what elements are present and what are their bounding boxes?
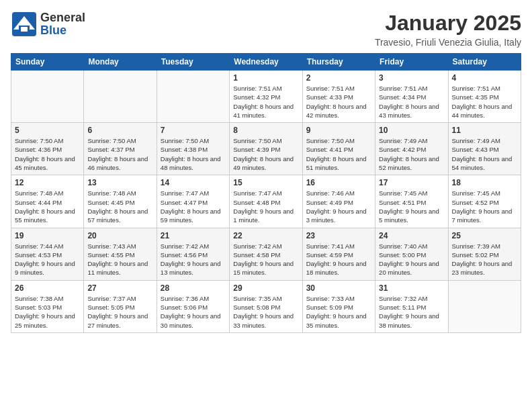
calendar-week-3: 12Sunrise: 7:48 AM Sunset: 4:44 PM Dayli…: [11, 175, 521, 228]
cell-info: Sunrise: 7:35 AM Sunset: 5:08 PM Dayligh…: [233, 294, 298, 330]
cell-date-number: 22: [233, 231, 298, 240]
calendar-cell: 8Sunrise: 7:50 AM Sunset: 4:39 PM Daylig…: [230, 123, 302, 175]
cell-date-number: 11: [452, 126, 517, 135]
calendar-cell: 4Sunrise: 7:51 AM Sunset: 4:35 PM Daylig…: [448, 71, 521, 123]
calendar-cell: 26Sunrise: 7:38 AM Sunset: 5:03 PM Dayli…: [11, 280, 84, 332]
calendar-cell: [11, 71, 84, 123]
cell-date-number: 18: [452, 178, 517, 187]
calendar-cell: 15Sunrise: 7:47 AM Sunset: 4:48 PM Dayli…: [230, 175, 302, 228]
cell-date-number: 25: [452, 231, 517, 240]
cell-date-number: 9: [306, 126, 371, 135]
cell-date-number: 24: [379, 231, 444, 240]
calendar-cell: 20Sunrise: 7:43 AM Sunset: 4:55 PM Dayli…: [84, 228, 157, 280]
cell-date-number: 14: [161, 178, 226, 187]
cell-info: Sunrise: 7:37 AM Sunset: 5:05 PM Dayligh…: [87, 294, 152, 330]
cell-date-number: 17: [379, 178, 444, 187]
calendar-week-4: 19Sunrise: 7:44 AM Sunset: 4:53 PM Dayli…: [11, 228, 521, 280]
title-area: January 2025 Travesio, Friuli Venezia Gi…: [375, 11, 521, 48]
cell-date-number: 13: [87, 178, 152, 187]
cell-info: Sunrise: 7:50 AM Sunset: 4:41 PM Dayligh…: [306, 136, 371, 172]
cell-date-number: 16: [306, 178, 371, 187]
cell-date-number: 26: [15, 283, 80, 293]
header: General Blue January 2025 Travesio, Friu…: [11, 11, 521, 48]
calendar-cell: 12Sunrise: 7:48 AM Sunset: 4:44 PM Dayli…: [11, 175, 84, 228]
day-header-wednesday: Wednesday: [230, 54, 302, 71]
cell-info: Sunrise: 7:40 AM Sunset: 5:00 PM Dayligh…: [379, 242, 444, 277]
calendar-week-5: 26Sunrise: 7:38 AM Sunset: 5:03 PM Dayli…: [11, 280, 521, 332]
day-header-thursday: Thursday: [302, 54, 375, 71]
cell-info: Sunrise: 7:49 AM Sunset: 4:42 PM Dayligh…: [379, 136, 444, 172]
day-header-sunday: Sunday: [11, 54, 84, 71]
cell-info: Sunrise: 7:32 AM Sunset: 5:11 PM Dayligh…: [379, 294, 444, 330]
calendar-cell: 9Sunrise: 7:50 AM Sunset: 4:41 PM Daylig…: [302, 123, 375, 175]
cell-info: Sunrise: 7:47 AM Sunset: 4:47 PM Dayligh…: [161, 189, 226, 224]
cell-date-number: 4: [452, 73, 517, 83]
cell-date-number: 6: [87, 126, 152, 135]
cell-date-number: 12: [15, 178, 80, 187]
cell-date-number: 5: [15, 126, 80, 135]
cell-info: Sunrise: 7:33 AM Sunset: 5:09 PM Dayligh…: [306, 294, 371, 330]
calendar-cell: 10Sunrise: 7:49 AM Sunset: 4:42 PM Dayli…: [375, 123, 448, 175]
svg-rect-3: [21, 27, 28, 32]
cell-date-number: 19: [15, 231, 80, 240]
cell-info: Sunrise: 7:39 AM Sunset: 5:02 PM Dayligh…: [452, 242, 517, 277]
calendar-cell: 13Sunrise: 7:48 AM Sunset: 4:45 PM Dayli…: [84, 175, 157, 228]
calendar-cell: 5Sunrise: 7:50 AM Sunset: 4:36 PM Daylig…: [11, 123, 84, 175]
logo-icon: [11, 11, 38, 38]
day-header-friday: Friday: [375, 54, 448, 71]
calendar-cell: 27Sunrise: 7:37 AM Sunset: 5:05 PM Dayli…: [84, 280, 157, 332]
cell-date-number: 8: [233, 126, 298, 135]
calendar-table: SundayMondayTuesdayWednesdayThursdayFrid…: [11, 53, 521, 333]
day-header-monday: Monday: [84, 54, 157, 71]
cell-date-number: 28: [161, 283, 226, 293]
calendar-body: 1Sunrise: 7:51 AM Sunset: 4:32 PM Daylig…: [11, 71, 521, 333]
cell-date-number: 10: [379, 126, 444, 135]
cell-info: Sunrise: 7:51 AM Sunset: 4:35 PM Dayligh…: [452, 84, 517, 120]
calendar-cell: 21Sunrise: 7:42 AM Sunset: 4:56 PM Dayli…: [157, 228, 229, 280]
cell-date-number: 1: [233, 73, 298, 83]
cell-date-number: 20: [87, 231, 152, 240]
cell-info: Sunrise: 7:44 AM Sunset: 4:53 PM Dayligh…: [15, 242, 80, 277]
cell-info: Sunrise: 7:50 AM Sunset: 4:38 PM Dayligh…: [161, 136, 226, 172]
calendar-cell: [448, 280, 521, 332]
calendar-cell: 29Sunrise: 7:35 AM Sunset: 5:08 PM Dayli…: [230, 280, 302, 332]
cell-date-number: 7: [161, 126, 226, 135]
cell-info: Sunrise: 7:42 AM Sunset: 4:58 PM Dayligh…: [233, 242, 298, 277]
calendar-cell: [84, 71, 157, 123]
logo-blue: Blue: [40, 24, 66, 37]
calendar-cell: 23Sunrise: 7:41 AM Sunset: 4:59 PM Dayli…: [302, 228, 375, 280]
cell-info: Sunrise: 7:49 AM Sunset: 4:43 PM Dayligh…: [452, 136, 517, 172]
calendar-cell: 24Sunrise: 7:40 AM Sunset: 5:00 PM Dayli…: [375, 228, 448, 280]
calendar-cell: 30Sunrise: 7:33 AM Sunset: 5:09 PM Dayli…: [302, 280, 375, 332]
cell-info: Sunrise: 7:41 AM Sunset: 4:59 PM Dayligh…: [306, 242, 371, 277]
calendar-cell: 1Sunrise: 7:51 AM Sunset: 4:32 PM Daylig…: [230, 71, 302, 123]
logo-text: General Blue: [40, 11, 85, 37]
cell-info: Sunrise: 7:45 AM Sunset: 4:51 PM Dayligh…: [379, 189, 444, 224]
cell-date-number: 21: [161, 231, 226, 240]
calendar-cell: 18Sunrise: 7:45 AM Sunset: 4:52 PM Dayli…: [448, 175, 521, 228]
calendar-cell: 11Sunrise: 7:49 AM Sunset: 4:43 PM Dayli…: [448, 123, 521, 175]
calendar-cell: 28Sunrise: 7:36 AM Sunset: 5:06 PM Dayli…: [157, 280, 229, 332]
logo: General Blue: [11, 11, 85, 38]
cell-date-number: 23: [306, 231, 371, 240]
cell-date-number: 3: [379, 73, 444, 83]
cell-info: Sunrise: 7:46 AM Sunset: 4:49 PM Dayligh…: [306, 189, 371, 224]
cell-info: Sunrise: 7:50 AM Sunset: 4:37 PM Dayligh…: [87, 136, 152, 172]
calendar-cell: 14Sunrise: 7:47 AM Sunset: 4:47 PM Dayli…: [157, 175, 229, 228]
calendar-week-2: 5Sunrise: 7:50 AM Sunset: 4:36 PM Daylig…: [11, 123, 521, 175]
calendar-cell: 22Sunrise: 7:42 AM Sunset: 4:58 PM Dayli…: [230, 228, 302, 280]
calendar-cell: 2Sunrise: 7:51 AM Sunset: 4:33 PM Daylig…: [302, 71, 375, 123]
cell-info: Sunrise: 7:45 AM Sunset: 4:52 PM Dayligh…: [452, 189, 517, 224]
cell-date-number: 27: [87, 283, 152, 293]
calendar-header-row: SundayMondayTuesdayWednesdayThursdayFrid…: [11, 54, 521, 71]
cell-info: Sunrise: 7:50 AM Sunset: 4:36 PM Dayligh…: [15, 136, 80, 172]
cell-date-number: 31: [379, 283, 444, 293]
cell-info: Sunrise: 7:38 AM Sunset: 5:03 PM Dayligh…: [15, 294, 80, 330]
cell-info: Sunrise: 7:48 AM Sunset: 4:45 PM Dayligh…: [87, 189, 152, 224]
cell-date-number: 15: [233, 178, 298, 187]
day-header-saturday: Saturday: [448, 54, 521, 71]
calendar-week-1: 1Sunrise: 7:51 AM Sunset: 4:32 PM Daylig…: [11, 71, 521, 123]
cell-info: Sunrise: 7:50 AM Sunset: 4:39 PM Dayligh…: [233, 136, 298, 172]
calendar-cell: 31Sunrise: 7:32 AM Sunset: 5:11 PM Dayli…: [375, 280, 448, 332]
day-header-tuesday: Tuesday: [157, 54, 229, 71]
